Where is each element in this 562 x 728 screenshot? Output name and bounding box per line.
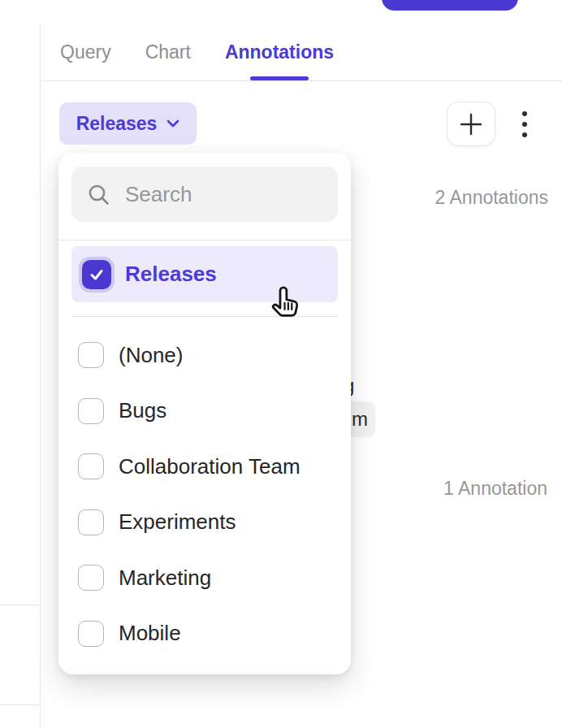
dropdown-option-mobile[interactable]: Mobile xyxy=(71,606,338,662)
checkbox-unchecked-icon[interactable] xyxy=(78,565,104,591)
checkbox-unchecked-icon[interactable] xyxy=(78,621,104,647)
releases-dropdown-menu: Releases (None) Bugs Collaboration Team … xyxy=(58,153,351,674)
tab-chart[interactable]: Chart xyxy=(145,24,191,80)
kebab-icon xyxy=(522,122,527,127)
search-input[interactable] xyxy=(125,182,312,207)
checkbox-unchecked-icon[interactable] xyxy=(78,453,104,479)
dropdown-options-list: (None) Bugs Collaboration Team Experimen… xyxy=(71,327,338,661)
dropdown-option-experiments[interactable]: Experiments xyxy=(71,495,338,551)
sidebar-divider xyxy=(0,704,40,705)
tab-bar: Query Chart Annotations xyxy=(41,24,562,81)
dropdown-option-label: Experiments xyxy=(119,509,236,535)
dropdown-divider xyxy=(71,316,338,317)
left-sidebar xyxy=(0,24,41,728)
search-icon xyxy=(88,184,110,206)
add-annotation-button[interactable] xyxy=(447,102,495,146)
dropdown-option-label: Collaboration Team xyxy=(119,454,300,479)
annotation-group-count: 1 Annotation xyxy=(443,478,547,500)
tab-annotations[interactable]: Annotations xyxy=(225,24,334,80)
dropdown-option-bugs[interactable]: Bugs xyxy=(71,384,338,440)
releases-filter-button[interactable]: Releases xyxy=(59,102,197,145)
checkbox-unchecked-icon[interactable] xyxy=(78,342,104,368)
dropdown-option-releases-selected[interactable]: Releases xyxy=(71,246,338,302)
checkbox-unchecked-icon[interactable] xyxy=(78,398,104,424)
tab-query[interactable]: Query xyxy=(60,24,111,80)
dropdown-search[interactable] xyxy=(71,167,338,222)
dropdown-option-none[interactable]: (None) xyxy=(71,327,338,384)
dropdown-option-label: Releases xyxy=(125,262,217,287)
dropdown-option-label: Bugs xyxy=(119,398,166,423)
sidebar-divider xyxy=(0,604,40,605)
dropdown-option-collaboration-team[interactable]: Collaboration Team xyxy=(71,439,338,495)
dropdown-option-label: Mobile xyxy=(119,621,181,646)
more-options-button[interactable] xyxy=(519,111,530,137)
chevron-down-icon xyxy=(166,119,179,128)
filter-button-label: Releases xyxy=(76,113,158,135)
kebab-icon xyxy=(522,132,527,137)
checkbox-checked-icon[interactable] xyxy=(82,260,111,289)
dropdown-option-marketing[interactable]: Marketing xyxy=(71,550,338,606)
dropdown-option-label: Marketing xyxy=(119,566,211,591)
checkbox-unchecked-icon[interactable] xyxy=(78,509,104,535)
dropdown-divider xyxy=(58,240,351,240)
annotations-screen: Query Chart Annotations Releases 2 Annot… xyxy=(0,0,562,728)
kebab-icon xyxy=(522,111,527,116)
dropdown-option-label: (None) xyxy=(119,343,183,368)
annotation-group-count: 2 Annotations xyxy=(435,187,548,209)
plus-icon xyxy=(458,111,484,137)
primary-action-button[interactable] xyxy=(382,0,518,11)
